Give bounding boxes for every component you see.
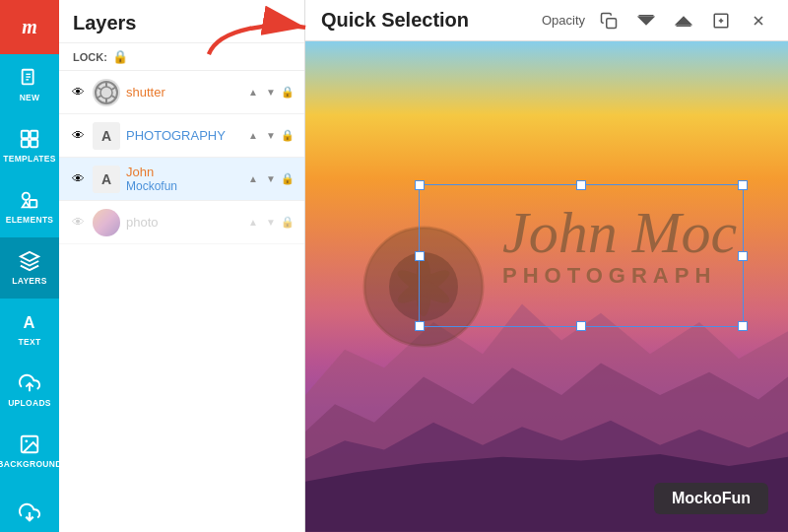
new-icon <box>19 67 40 89</box>
sidebar-item-background[interactable]: BACKGROUND <box>0 421 59 482</box>
layer-name-col-john: John Mockofun <box>126 165 239 193</box>
svg-rect-4 <box>22 131 29 138</box>
layer-item-photo[interactable]: 👁 photo ▲ ▼ 🔒 <box>59 201 304 244</box>
layer-name-photography: PHOTOGRAPHY <box>126 128 239 143</box>
svg-rect-26 <box>607 18 617 28</box>
sidebar-item-elements[interactable]: ELEMENTS <box>0 176 59 237</box>
layer-name-shutter: shutter <box>126 85 239 100</box>
main-area: Quick Selection Opacity <box>305 0 788 532</box>
layer-thumb-photo <box>93 209 120 236</box>
sidebar-background-label: BACKGROUND <box>0 459 62 469</box>
layer-up-john[interactable]: ▲ <box>245 171 261 187</box>
layers-panel-header: Layers × <box>59 0 304 43</box>
download-icon <box>19 501 40 523</box>
layers-panel-title: Layers <box>73 12 137 34</box>
fit-icon <box>712 12 730 30</box>
sidebar-item-new[interactable]: NEW <box>0 54 59 115</box>
svg-marker-11 <box>21 252 38 261</box>
svg-point-19 <box>100 87 112 99</box>
opacity-label: Opacity <box>542 13 585 28</box>
svg-marker-10 <box>23 202 30 208</box>
svg-rect-6 <box>22 140 29 147</box>
canvas-photography-text: PHOTOGRAPH <box>502 263 716 289</box>
sidebar-logo[interactable]: m <box>0 0 59 54</box>
layer-actions-photo: ▲ ▼ 🔒 <box>245 215 295 231</box>
svg-text:A: A <box>24 313 35 331</box>
layer-subname-john: Mockofun <box>126 179 239 193</box>
sidebar-item-templates[interactable]: TEMPLATES <box>0 115 59 176</box>
layer-name-col-photography: PHOTOGRAPHY <box>126 128 239 143</box>
canvas-area[interactable]: John Moc PHOTOGRAPH MockoFun <box>305 41 788 532</box>
layer-visibility-photography[interactable]: 👁 <box>69 127 87 145</box>
sidebar-item-text[interactable]: A TEXT <box>0 299 59 360</box>
top-toolbar: Quick Selection Opacity <box>305 0 788 41</box>
sidebar-new-label: NEW <box>20 93 40 102</box>
layer-item-shutter[interactable]: 👁 shutter ▲ ▼ 🔒 <box>59 71 304 114</box>
sidebar-item-download[interactable] <box>0 482 59 532</box>
toolbar-move-up-button[interactable] <box>670 7 697 34</box>
layers-icon <box>19 250 40 272</box>
layer-visibility-photo[interactable]: 👁 <box>69 214 87 232</box>
svg-point-15 <box>25 439 28 442</box>
move-up-icon <box>675 12 692 30</box>
layer-down-john[interactable]: ▼ <box>263 171 279 187</box>
svg-line-24 <box>97 96 100 99</box>
svg-rect-7 <box>31 140 37 147</box>
layer-item-photography[interactable]: 👁 A PHOTOGRAPHY ▲ ▼ 🔒 <box>59 114 304 158</box>
layer-lock-john[interactable]: 🔒 <box>281 172 295 186</box>
layer-thumb-shutter <box>93 79 120 106</box>
canvas-john-text: John Moc <box>502 199 737 267</box>
svg-marker-27 <box>639 17 654 25</box>
layer-down-photo[interactable]: ▼ <box>263 215 279 231</box>
svg-rect-5 <box>31 131 37 138</box>
lock-icon: 🔒 <box>112 49 128 64</box>
layer-name-col-shutter: shutter <box>126 85 239 100</box>
sidebar-layers-label: LAYERS <box>12 276 47 286</box>
uploads-icon <box>19 372 40 394</box>
toolbar-fit-button[interactable] <box>707 7 735 34</box>
svg-line-22 <box>111 96 115 99</box>
layer-up-photography[interactable]: ▲ <box>245 128 261 144</box>
layer-visibility-john[interactable]: 👁 <box>69 170 87 188</box>
layer-thumb-john: A <box>93 166 120 193</box>
layer-lock-photo[interactable]: 🔒 <box>281 216 295 230</box>
layer-up-photo[interactable]: ▲ <box>245 215 261 231</box>
templates-icon <box>19 128 40 150</box>
layer-name-photo: photo <box>126 215 239 230</box>
layer-down-photography[interactable]: ▼ <box>263 128 279 144</box>
svg-point-8 <box>23 193 30 200</box>
layer-down-shutter[interactable]: ▼ <box>263 85 279 100</box>
quick-selection-label: Quick Selection <box>321 9 469 32</box>
sidebar-item-layers[interactable]: LAYERS <box>0 237 59 299</box>
logo-text: m <box>22 16 37 38</box>
shutter-icon-canvas <box>360 223 488 351</box>
sidebar-uploads-label: UPLOADS <box>8 398 51 408</box>
layer-actions-john: ▲ ▼ 🔒 <box>245 171 295 187</box>
mockofun-badge: MockoFun <box>654 483 768 514</box>
svg-line-25 <box>97 87 100 90</box>
layer-up-shutter[interactable]: ▲ <box>245 85 261 100</box>
layers-close-button[interactable]: × <box>280 15 291 33</box>
layer-item-john[interactable]: 👁 A John Mockofun ▲ ▼ 🔒 <box>59 158 304 201</box>
layer-name-john: John <box>126 165 239 179</box>
layer-actions-photography: ▲ ▼ 🔒 <box>245 128 295 144</box>
toolbar-move-down-button[interactable] <box>632 7 660 34</box>
svg-marker-29 <box>677 17 691 25</box>
toolbar-copy-button[interactable] <box>595 7 623 34</box>
elements-icon <box>19 189 40 211</box>
sidebar: m NEW TEMPLATES ELEMENTS LAYERS A TEXT U… <box>0 0 59 532</box>
layer-lock-photography[interactable]: 🔒 <box>281 129 295 143</box>
sidebar-text-label: TEXT <box>19 337 41 347</box>
sidebar-elements-label: ELEMENTS <box>6 215 54 225</box>
lock-row: LOCK: 🔒 <box>59 43 304 71</box>
sidebar-item-uploads[interactable]: UPLOADS <box>0 360 59 421</box>
sidebar-templates-label: TEMPLATES <box>3 154 56 164</box>
close-toolbar-icon <box>751 13 766 29</box>
svg-rect-9 <box>30 200 36 207</box>
copy-icon <box>600 12 618 30</box>
svg-line-21 <box>111 87 115 90</box>
layer-visibility-shutter[interactable]: 👁 <box>69 84 87 101</box>
layer-lock-shutter[interactable]: 🔒 <box>281 86 295 100</box>
toolbar-close-button[interactable] <box>745 7 772 34</box>
layer-actions-shutter: ▲ ▼ 🔒 <box>245 85 295 100</box>
